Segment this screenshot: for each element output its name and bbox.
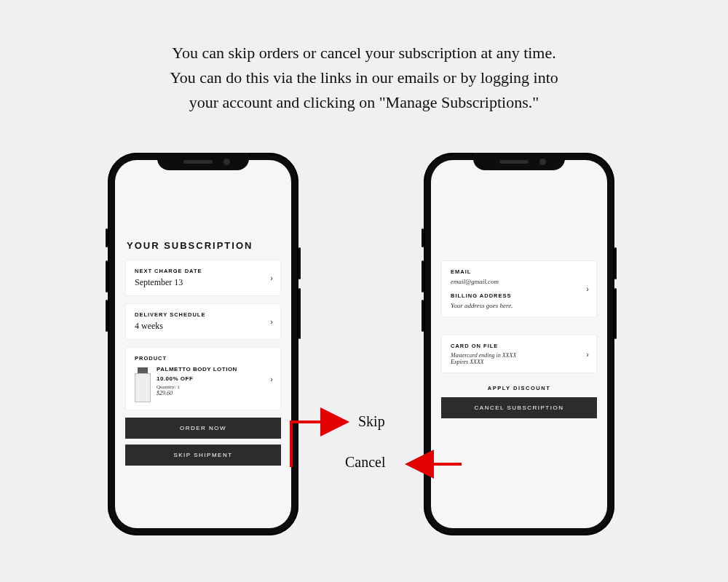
product-price: $29.60 <box>157 390 237 396</box>
product-name: PALMETTO BODY LOTION <box>157 366 237 373</box>
phone-side-button <box>422 300 424 332</box>
instruction-text: You can skip orders or cancel your subsc… <box>0 0 728 115</box>
skip-shipment-button[interactable]: SKIP SHIPMENT <box>125 445 281 466</box>
phone-side-button <box>422 228 424 247</box>
stage: YOUR SUBSCRIPTION NEXT CHARGE DATE Septe… <box>0 153 728 571</box>
phone-side-button <box>298 247 301 279</box>
next-charge-value: September 13 <box>135 277 272 288</box>
phone-side-button <box>298 288 301 339</box>
delivery-schedule-label: DELIVERY SCHEDULE <box>135 311 272 318</box>
cancel-subscription-button[interactable]: CANCEL SUBSCRIPTION <box>441 397 597 418</box>
annotation-cancel: Cancel <box>345 454 386 471</box>
skip-arrow-icon <box>291 422 347 467</box>
phone-screen-right: EMAIL email@gmail.com BILLING ADDRESS Yo… <box>431 160 607 528</box>
card-expiry: Expires XXXX <box>451 359 587 365</box>
card-on-file-card[interactable]: CARD ON FILE Mastercard ending in XXXX E… <box>441 335 597 373</box>
instruction-line-2: You can do this via the links in our ema… <box>170 68 558 87</box>
delivery-schedule-card[interactable]: DELIVERY SCHEDULE 4 weeks › <box>125 303 281 340</box>
page-title: YOUR SUBSCRIPTION <box>127 240 280 251</box>
chevron-right-icon: › <box>586 350 589 359</box>
phone-side-button <box>106 300 108 332</box>
phone-notch <box>157 153 249 170</box>
chevron-right-icon: › <box>270 317 273 326</box>
phone-notch <box>473 153 565 170</box>
phone-screen-left: YOUR SUBSCRIPTION NEXT CHARGE DATE Septe… <box>115 160 291 528</box>
apply-discount-link[interactable]: APPLY DISCOUNT <box>441 385 597 391</box>
email-billing-card[interactable]: EMAIL email@gmail.com BILLING ADDRESS Yo… <box>441 260 597 317</box>
annotation-skip: Skip <box>358 413 385 430</box>
product-label: PRODUCT <box>135 355 272 362</box>
product-card[interactable]: PRODUCT PALMETTO BODY LOTION 10.00% OFF … <box>125 347 281 410</box>
product-discount: 10.00% OFF <box>157 375 237 382</box>
chevron-right-icon: › <box>270 375 273 383</box>
phone-side-button <box>422 260 424 292</box>
chevron-right-icon: › <box>270 274 273 282</box>
delivery-schedule-value: 4 weeks <box>135 321 272 332</box>
billing-address-value: Your address goes here. <box>451 302 587 309</box>
phone-side-button <box>106 260 108 292</box>
product-quantity: Quantity: 1 <box>157 384 237 390</box>
phone-frame-right: EMAIL email@gmail.com BILLING ADDRESS Yo… <box>424 153 614 535</box>
card-on-file-label: CARD ON FILE <box>451 343 587 349</box>
instruction-line-3: your account and clicking on "Manage Sub… <box>189 93 539 111</box>
email-label: EMAIL <box>451 268 587 275</box>
next-charge-label: NEXT CHARGE DATE <box>135 268 272 274</box>
order-now-button[interactable]: ORDER NOW <box>125 418 281 439</box>
next-charge-card[interactable]: NEXT CHARGE DATE September 13 › <box>125 260 281 296</box>
billing-address-label: BILLING ADDRESS <box>451 292 587 299</box>
email-value: email@gmail.com <box>451 278 587 285</box>
card-masked: Mastercard ending in XXXX <box>451 352 587 359</box>
product-thumbnail <box>135 367 151 402</box>
phone-side-button <box>614 288 617 339</box>
chevron-right-icon: › <box>586 284 589 293</box>
instruction-line-1: You can skip orders or cancel your subsc… <box>172 44 555 62</box>
phone-side-button <box>614 247 617 279</box>
phone-side-button <box>106 228 108 247</box>
phone-frame-left: YOUR SUBSCRIPTION NEXT CHARGE DATE Septe… <box>108 153 298 535</box>
